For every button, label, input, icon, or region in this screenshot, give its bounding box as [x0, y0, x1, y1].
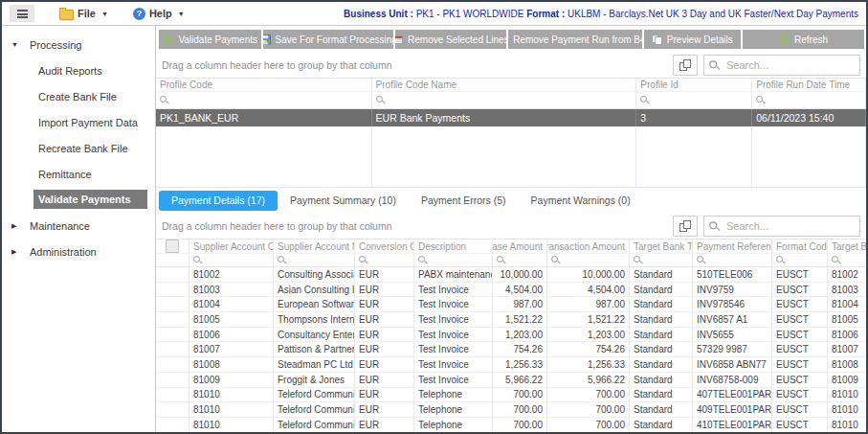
- filter-cell-profile-run-date-time[interactable]: [752, 92, 866, 108]
- column-header-profile-code[interactable]: Profile Code: [156, 79, 372, 91]
- payment-row[interactable]: 81002Consulting Associate...EURPABX main…: [156, 267, 866, 283]
- filter-cell-format-code[interactable]: [772, 254, 828, 266]
- table-cell: 81009: [828, 373, 866, 387]
- tab-payment-errors-5[interactable]: Payment Errors (5): [409, 191, 519, 211]
- payment-row[interactable]: 81003Asian Consulting Int...EURTest Invo…: [156, 283, 866, 298]
- column-header-target-bank[interactable]: Target Bank: [828, 240, 866, 253]
- file-menu-label: File: [78, 8, 96, 19]
- column-header-base-amount[interactable]: Base Amount: [493, 240, 547, 253]
- filter-cell-conversion-code[interactable]: [355, 254, 414, 266]
- body-wrap: ▼ProcessingAudit ReportsCreate Bank File…: [2, 26, 866, 432]
- sidebar-item-audit-reports[interactable]: Audit Reports: [2, 57, 155, 83]
- payment-row[interactable]: 81010Teleford Communica...EURTelephone70…: [156, 402, 866, 418]
- payment-row[interactable]: 81009Froggit & JonesEURTest Invoice5,966…: [156, 373, 866, 388]
- tab-payment-summary-10[interactable]: Payment Summary (10): [278, 191, 409, 211]
- sidebar-item-import-payment-data[interactable]: Import Payment Data: [2, 109, 155, 135]
- payments-search-input[interactable]: [724, 219, 854, 233]
- validate-payments-button[interactable]: Validate Payments: [159, 30, 261, 49]
- filter-cell-payment-reference[interactable]: [693, 254, 772, 266]
- table-cell: 4,504.00: [493, 283, 547, 297]
- search-icon: [376, 96, 386, 105]
- table-cell: 81009: [189, 373, 274, 387]
- tabs-bar: Payment Details (17)Payment Summary (10)…: [156, 188, 866, 214]
- table-cell: 987.00: [493, 297, 547, 311]
- column-header-label: Base Amount: [493, 241, 543, 252]
- empty-column: [752, 126, 866, 187]
- sidebar-item-label: Audit Reports: [38, 65, 102, 77]
- table-cell: 81004: [828, 297, 866, 311]
- help-icon: ?: [133, 8, 145, 20]
- payment-row[interactable]: 81004European Software ...EURTest Invoic…: [156, 297, 866, 312]
- sidebar-item-maintenance[interactable]: ▶Maintenance: [2, 213, 155, 239]
- filter-cell-transaction-amount[interactable]: [547, 254, 630, 266]
- payment-row[interactable]: 81006Consultancy Enterpri...EURTest Invo…: [156, 328, 866, 343]
- hamburger-menu-button[interactable]: [10, 5, 34, 22]
- table-cell: Telephone: [414, 388, 493, 402]
- payment-row[interactable]: 81005Thompsons Internati...EURTest Invoi…: [156, 312, 866, 328]
- column-header-supplier-account-code[interactable]: Supplier Account Code: [189, 240, 274, 253]
- tab-payment-details-17[interactable]: Payment Details (17): [159, 191, 278, 211]
- sidebar-item-recreate-bank-file[interactable]: Recreate Bank File: [2, 135, 155, 161]
- sidebar-item-create-bank-file[interactable]: Create Bank File: [2, 83, 155, 109]
- table-cell: Standard: [630, 328, 693, 342]
- column-header-transaction-amount[interactable]: Transaction Amount: [547, 240, 630, 253]
- column-header-format-code[interactable]: Format Code: [772, 240, 828, 253]
- select-all-checkbox[interactable]: [166, 240, 179, 253]
- sidebar-item-processing[interactable]: ▼Processing: [2, 32, 155, 57]
- table-cell: EUSCT: [772, 357, 828, 372]
- help-menu[interactable]: ? Help ▼: [133, 8, 185, 20]
- column-header-supplier-account-name[interactable]: Supplier Account Name: [274, 240, 355, 253]
- file-menu[interactable]: File ▼: [59, 8, 108, 20]
- payment-row[interactable]: 81007Pattison & PartnersEURTest Invoice7…: [156, 342, 866, 357]
- save-for-format-processing-button[interactable]: Save For Format Processing: [263, 30, 393, 49]
- table-cell: INV6858 ABN77: [693, 357, 772, 372]
- profiles-search-input[interactable]: [724, 58, 854, 72]
- table-cell: 700.00: [547, 418, 630, 432]
- filter-cell-select[interactable]: [156, 254, 189, 266]
- preview-details-button[interactable]: Preview Details: [644, 30, 741, 49]
- sidebar-item-remittance[interactable]: Remittance: [2, 161, 155, 187]
- table-cell: 81007: [189, 342, 274, 356]
- column-header-conversion-code[interactable]: Conversion Code: [355, 240, 414, 253]
- sidebar-item-administration[interactable]: ▶Administration: [2, 239, 155, 264]
- table-cell: EUSCT: [772, 418, 828, 432]
- column-chooser-button[interactable]: [673, 55, 698, 76]
- table-cell: 1,521.22: [547, 312, 630, 327]
- column-header-payment-reference[interactable]: Payment Reference: [693, 240, 772, 253]
- payment-row[interactable]: 81010Teleford Communica...EURTelephone70…: [156, 388, 866, 403]
- sidebar-item-validate-payments[interactable]: Validate Payments: [33, 190, 147, 209]
- refresh-button[interactable]: Refresh: [743, 30, 864, 49]
- column-header-profile-run-date-time[interactable]: Profile Run Date Time: [752, 79, 866, 91]
- table-cell: 987.00: [547, 297, 630, 311]
- filter-cell-supplier-account-name[interactable]: [274, 254, 355, 266]
- table-cell: Telephone: [414, 402, 493, 417]
- filter-cell-supplier-account-code[interactable]: [189, 254, 274, 266]
- profiles-rows: PK1_BANK_EUREUR Bank Payments306/11/2023…: [156, 109, 866, 126]
- payment-row[interactable]: 81008Steadman PC LtdEURTest Invoice1,256…: [156, 357, 866, 373]
- remove-payment-run-from-b4b-button[interactable]: Remove Payment Run from B4B: [508, 30, 642, 49]
- format-value: UKLBM - Barclays.Net UK 3 Day and UK Fas…: [568, 9, 858, 19]
- profiles-filter-row: [156, 92, 866, 109]
- payment-row[interactable]: 81010Teleford Communica...EURTelephone70…: [156, 418, 866, 432]
- select-all-checkbox-cell[interactable]: [156, 240, 189, 253]
- search-icon: [418, 256, 428, 265]
- column-header-profile-code-name[interactable]: Profile Code Name: [372, 79, 637, 91]
- remove-selected-lines-button[interactable]: Remove Selected Lines: [395, 30, 506, 49]
- filter-cell-description[interactable]: [414, 254, 493, 266]
- column-header-target-bank-type[interactable]: Target Bank Type↓: [630, 240, 693, 253]
- column-header-description[interactable]: Description: [414, 240, 493, 253]
- filter-cell-profile-code-name[interactable]: [372, 92, 637, 108]
- profile-row[interactable]: PK1_BANK_EUREUR Bank Payments306/11/2023…: [156, 109, 866, 126]
- filter-cell-target-bank-type[interactable]: [630, 254, 693, 266]
- tab-payment-warnings-0[interactable]: Payment Warnings (0): [519, 191, 643, 211]
- toolbar-button-label: Remove Selected Lines: [408, 34, 506, 45]
- column-header-profile-id[interactable]: Profile Id: [636, 79, 752, 91]
- column-chooser-button[interactable]: [673, 216, 698, 237]
- search-icon: [193, 256, 203, 265]
- filter-cell-target-bank[interactable]: [828, 254, 866, 266]
- search-icon: [359, 256, 368, 265]
- filter-cell-profile-code[interactable]: [156, 92, 372, 108]
- filter-cell-profile-id[interactable]: [636, 92, 752, 108]
- filter-cell-base-amount[interactable]: [493, 254, 547, 266]
- profiles-empty-area: [156, 126, 866, 188]
